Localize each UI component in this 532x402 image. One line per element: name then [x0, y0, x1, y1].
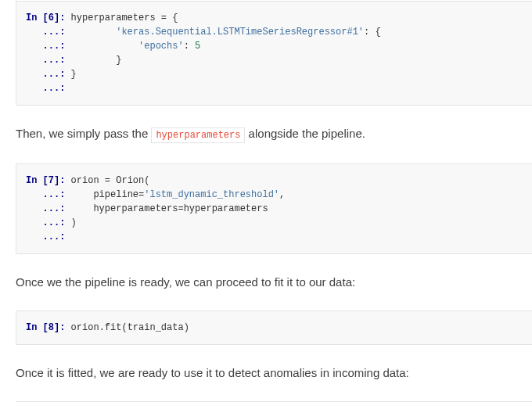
- prompt-cont: ...:: [26, 189, 71, 200]
- para-text: Once it is fitted, we are ready to use i…: [16, 366, 409, 379]
- code-string: 'epochs': [138, 41, 184, 52]
- code-block-fit: In [8]: orion.fit(train_data): [16, 310, 532, 345]
- code-text: }: [116, 55, 121, 66]
- code-text: train_data: [128, 322, 184, 333]
- code-text: :: [184, 41, 195, 52]
- code-text: Orion: [116, 175, 144, 186]
- code-text: orion: [71, 322, 99, 333]
- code-text: pipeline: [93, 189, 138, 200]
- inline-code: hyperparameters: [151, 127, 245, 143]
- code-string: 'lstm_dynamic_threshold': [144, 189, 279, 200]
- prompt-cont: ...:: [26, 217, 71, 228]
- paragraph: Once it is fitted, we are ready to use i…: [16, 364, 532, 382]
- prompt-cont: ...:: [26, 69, 71, 80]
- prompt: In [7]:: [26, 175, 71, 186]
- code-text: hyperparameters: [93, 203, 178, 214]
- prompt: In [8]:: [26, 322, 71, 333]
- code-text: }: [71, 69, 77, 80]
- code-text: [71, 189, 94, 200]
- prompt: In [6]:: [26, 13, 71, 23]
- prompt-cont: ...:: [26, 41, 71, 52]
- prompt-cont: ...:: [26, 203, 71, 214]
- paragraph: Once we the pipeline is ready, we can pr…: [16, 273, 532, 292]
- prompt-cont: ...:: [26, 232, 71, 242]
- para-text: Once we the pipeline is ready, we can pr…: [16, 275, 355, 289]
- code-text: hyperparameters: [184, 203, 268, 214]
- code-text: ): [71, 217, 77, 228]
- code-text: [71, 55, 117, 66]
- prompt-cont: ...:: [26, 55, 71, 66]
- code-text: ): [184, 322, 189, 333]
- code-text: hyperparameters: [71, 13, 156, 23]
- code-text: (: [144, 175, 149, 186]
- code-text: [71, 41, 138, 52]
- code-text: =: [178, 203, 183, 214]
- code-text: [71, 27, 117, 38]
- code-text: [71, 203, 94, 214]
- prompt-cont: ...:: [26, 27, 71, 38]
- code-text: =: [99, 175, 117, 186]
- code-text: .: [99, 322, 105, 333]
- para-text: Then, we simply pass the: [16, 127, 151, 140]
- code-text: (: [121, 322, 127, 333]
- code-text: = {: [156, 13, 178, 23]
- code-text: orion: [71, 175, 99, 186]
- code-text: fit: [105, 322, 122, 333]
- code-block-hyperparameters: In [6]: hyperparameters = { ...: 'keras.…: [16, 1, 532, 106]
- code-block-orion-init: In [7]: orion = Orion( ...: pipeline='ls…: [16, 163, 532, 254]
- code-text: : {: [364, 27, 381, 38]
- paragraph: Then, we simply pass the hyperparameters…: [16, 124, 532, 145]
- code-string: 'keras.Sequential.LSTMTimeSeriesRegresso…: [116, 27, 364, 38]
- code-text: ,: [279, 189, 285, 200]
- code-number: 5: [195, 41, 200, 52]
- para-text: alongside the pipeline.: [245, 127, 365, 140]
- prompt-cont: ...:: [26, 83, 71, 94]
